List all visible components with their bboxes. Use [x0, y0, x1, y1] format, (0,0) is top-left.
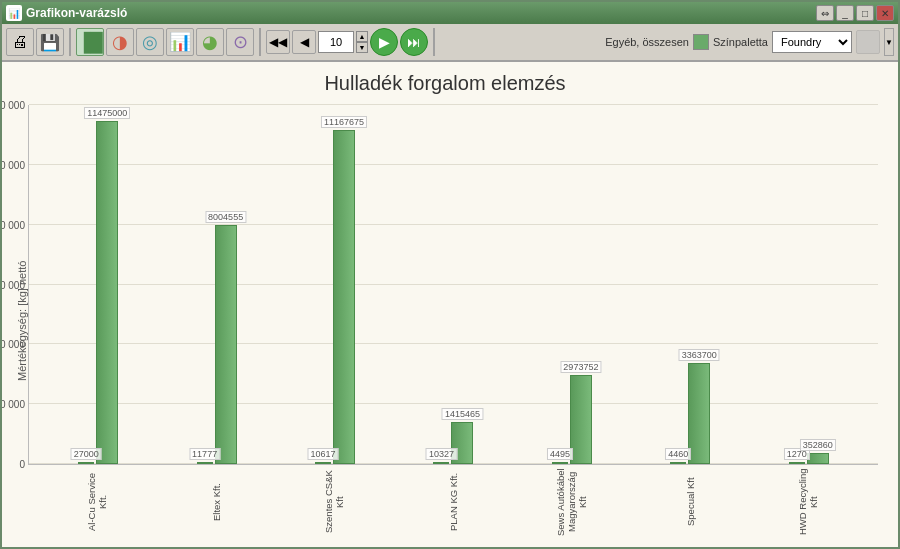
bar: 3363700	[688, 363, 710, 464]
window-controls: ⇔ _ □ ✕	[816, 5, 894, 21]
right-controls: Egyéb, összesen Színpaletta Foundry Defa…	[605, 28, 894, 56]
bar-wrapper: 8004555	[215, 105, 237, 464]
chart-area: Mértékegység: [kg] nettó 02 000 0004 000…	[12, 105, 878, 537]
bar-group: 1270352860	[750, 105, 868, 464]
y-tick-label: 0	[19, 459, 29, 470]
bar-value-label: 2973752	[560, 361, 601, 373]
x-axis-label: Szentes CS&K Kft	[275, 467, 394, 537]
bar: 27000	[78, 462, 94, 464]
bar-group: 117778004555	[157, 105, 275, 464]
x-axis-label: Eltex Kft.	[157, 467, 276, 537]
y-tick-label: 2 000 000	[2, 399, 29, 410]
chart-bar-icon: ▐█	[77, 32, 103, 53]
y-tick-label: 4 000 000	[2, 339, 29, 350]
bar-value-label: 11167675	[321, 116, 367, 128]
bar-value-label: 27000	[71, 448, 102, 460]
x-axis-label: Sews Autókábel Magyarország Kft	[512, 467, 631, 537]
bar-group: 44603363700	[631, 105, 749, 464]
chart-pie-icon: ◑	[112, 31, 128, 53]
spin-control: ▲ ▼	[356, 31, 368, 53]
bar-group: 103271415465	[394, 105, 512, 464]
bar-wrapper: 1270	[789, 105, 805, 464]
spin-up[interactable]: ▲	[356, 31, 368, 42]
bar-value-label: 3363700	[679, 349, 720, 361]
bar-wrapper: 1415465	[451, 105, 473, 464]
bar-wrapper: 4495	[552, 105, 568, 464]
chart-bar2-button[interactable]: 📊	[166, 28, 194, 56]
bar: 11475000	[96, 121, 118, 464]
bar: 4460	[670, 462, 686, 464]
x-axis-label: PLAN KG Kft.	[394, 467, 513, 537]
toolbar: 🖨 💾 ▐█ ◑ ◎ 📊 ◕ ⊙ ◀◀ ◀	[2, 24, 898, 62]
maximize-button[interactable]: □	[856, 5, 874, 21]
app-icon: 📊	[6, 5, 22, 21]
title-bar: 📊 Grafikon-varázsló ⇔ _ □ ✕	[2, 2, 898, 24]
menu-button[interactable]: ▼	[884, 28, 894, 56]
bar: 4495	[552, 462, 568, 464]
bar-group: 1061711167675	[276, 105, 394, 464]
bar-wrapper: 11167675	[333, 105, 355, 464]
save-button[interactable]: 💾	[36, 28, 64, 56]
bar: 8004555	[215, 225, 237, 464]
chart-donut-button[interactable]: ◎	[136, 28, 164, 56]
chart-container: Hulladék forgalom elemzés Mértékegység: …	[2, 62, 898, 547]
bar: 2973752	[570, 375, 592, 464]
bar-value-label: 4460	[665, 448, 691, 460]
window-title: Grafikon-varázsló	[26, 6, 816, 20]
print-icon: 🖨	[12, 33, 28, 51]
foundry-select[interactable]: Foundry Default Classic Modern	[772, 31, 852, 53]
x-axis-label: Specual Kft	[631, 467, 750, 537]
bar-wrapper: 10617	[315, 105, 331, 464]
bar-value-label: 10617	[308, 448, 339, 460]
y-tick-label: 6 000 000	[2, 279, 29, 290]
bar: 10327	[433, 462, 449, 464]
bars-container: 2700011475000117778004555106171116767510…	[29, 105, 878, 464]
nav-prev-button[interactable]: ◀	[292, 30, 316, 54]
bar-wrapper: 27000	[78, 105, 94, 464]
skip-next-button[interactable]: ⏭	[400, 28, 428, 56]
arrows-button[interactable]: ⇔	[816, 5, 834, 21]
number-input[interactable]	[318, 31, 354, 53]
bar-value-label: 8004555	[205, 211, 246, 223]
bar-value-label: 4495	[547, 448, 573, 460]
bar: 10617	[315, 462, 331, 464]
bar-value-label: 10327	[426, 448, 457, 460]
separator-2	[259, 28, 261, 56]
play-button[interactable]: ▶	[370, 28, 398, 56]
spin-down[interactable]: ▼	[356, 42, 368, 53]
y-tick-label: 8 000 000	[2, 219, 29, 230]
chart-3ddonut-icon: ⊙	[233, 31, 248, 53]
chart-3dpie-button[interactable]: ◕	[196, 28, 224, 56]
chart-donut-icon: ◎	[142, 31, 158, 53]
bar: 11777	[197, 462, 213, 464]
chart-3ddonut-button[interactable]: ⊙	[226, 28, 254, 56]
x-axis-labels: Al-Cu Service Kft.Eltex Kft.Szentes CS&K…	[28, 467, 878, 537]
separator-1	[69, 28, 71, 56]
nav-controls: ◀◀ ◀ ▲ ▼ ▶ ⏭	[266, 28, 428, 56]
separator-3	[433, 28, 435, 56]
bar-value-label: 11475000	[84, 107, 130, 119]
bar-value-label: 11777	[189, 448, 220, 460]
bar: 11167675	[333, 130, 355, 464]
close-button[interactable]: ✕	[876, 5, 894, 21]
y-tick-label: 12 000 000	[2, 100, 29, 111]
bar-wrapper: 11777	[197, 105, 213, 464]
print-button[interactable]: 🖨	[6, 28, 34, 56]
x-axis-label: Al-Cu Service Kft.	[38, 467, 157, 537]
chart-bar2-icon: 📊	[169, 31, 191, 53]
egyeb-label: Egyéb, összesen	[605, 36, 689, 48]
bar-wrapper: 2973752	[570, 105, 592, 464]
bar-value-label: 352860	[800, 439, 836, 451]
minimize-button[interactable]: _	[836, 5, 854, 21]
bar: 352860	[807, 453, 829, 464]
chart-3dpie-icon: ◕	[202, 31, 218, 53]
y-tick-label: 10 000 000	[2, 159, 29, 170]
szinpaletta-label: Színpaletta	[713, 36, 768, 48]
nav-prev-prev-button[interactable]: ◀◀	[266, 30, 290, 54]
chart-bar-button[interactable]: ▐█	[76, 28, 104, 56]
chart-plot: 02 000 0004 000 0006 000 0008 000 00010 …	[28, 105, 878, 537]
color-swatch	[693, 34, 709, 50]
chart-pie-button[interactable]: ◑	[106, 28, 134, 56]
bar-group: 44952973752	[513, 105, 631, 464]
bar-wrapper: 11475000	[96, 105, 118, 464]
